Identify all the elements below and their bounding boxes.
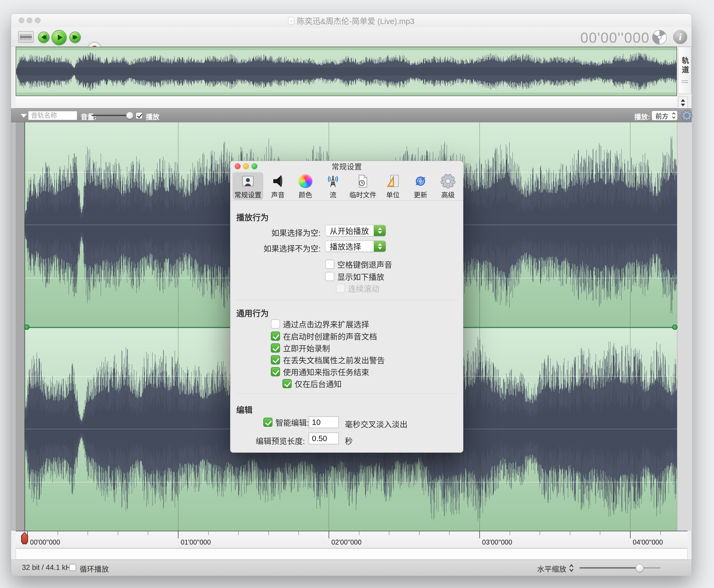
checkbox-row-background-notify[interactable]: 仅在后台通知 (282, 378, 342, 389)
volume-slider-thumb[interactable] (126, 112, 133, 119)
dialog-titlebar[interactable]: 常规设置 (230, 161, 463, 172)
checkbox-row-new-document[interactable]: 在启动时创建新的声音文档 (271, 331, 377, 341)
horizontal-zoom-slider[interactable] (580, 567, 660, 569)
continuous-scroll-checkbox (336, 284, 345, 293)
dialog-toolbar: 常规设置 声音 颜色 (232, 172, 462, 200)
main-toolbar: 00'00''000 i (11, 27, 692, 47)
warn-properties-checkbox[interactable] (271, 355, 280, 364)
play-button[interactable] (51, 30, 67, 45)
horizontal-zoom-label: 水平缩放 (537, 563, 566, 574)
waveform-select-button[interactable] (18, 31, 34, 43)
track-name-input[interactable] (28, 111, 77, 120)
overview-waveform-canvas[interactable] (16, 47, 676, 96)
rewind-button[interactable] (38, 31, 49, 43)
minimize-icon[interactable] (27, 18, 33, 23)
smart-edit-unit-label: 毫秒交叉淡入淡出 (345, 418, 407, 429)
nonempty-selection-select[interactable]: 播放选择 (325, 240, 386, 252)
checkbox-row-start-recording[interactable]: 立即开始录制 (271, 342, 330, 353)
play-icon (58, 35, 62, 41)
track-grip-icon[interactable] (681, 81, 688, 84)
volume-slider[interactable] (91, 115, 132, 116)
window-controls (19, 18, 41, 23)
notifications-label: 使用通知来指示任务结束 (283, 366, 369, 377)
close-icon[interactable] (19, 18, 24, 23)
pref-tab-sound[interactable]: 声音 (265, 172, 291, 200)
overview-waveform[interactable] (16, 47, 677, 96)
continuous-scroll-label: 连续滚动 (348, 283, 379, 294)
track-disclosure-icon[interactable] (21, 114, 27, 118)
checkbox-row-extend-selection[interactable]: 通过点击边界来扩展选择 (271, 319, 369, 329)
pref-tab-general[interactable]: 常规设置 (232, 172, 263, 200)
updown-chevrons-icon (672, 112, 676, 119)
playback-direction-select[interactable]: 前方 (652, 111, 677, 120)
show-playback-label: 显示如下播放 (337, 271, 384, 282)
pref-tab-stream[interactable]: 流 (320, 172, 346, 200)
playback-direction-label: 播放: (634, 111, 650, 121)
checkbox-row-show-playback[interactable]: 显示如下播放 (325, 271, 384, 282)
background-notify-checkbox[interactable] (282, 379, 292, 388)
timeline-ruler[interactable]: 00'00''000 01'00''000 02'00''000 03'00''… (16, 531, 688, 548)
zoom-slider-thumb[interactable] (636, 564, 644, 572)
popup-stepper-icon (374, 225, 386, 236)
fast-forward-button[interactable] (69, 31, 81, 43)
checkbox-row-notifications[interactable]: 使用通知来指示任务结束 (271, 366, 369, 377)
cd-burn-icon[interactable] (652, 29, 667, 45)
ruler-grid-icon (385, 173, 401, 189)
audio-format-text: 32 bit / 44.1 kHz (22, 563, 75, 572)
spacebar-rewind-checkbox[interactable] (325, 260, 334, 269)
envelope-handle-right[interactable] (672, 324, 677, 330)
horizontal-scrollbar[interactable] (16, 548, 688, 560)
user-card-icon (240, 173, 256, 189)
info-button[interactable]: i (673, 30, 687, 44)
pref-tab-tempfiles[interactable]: 临时文件 (348, 172, 378, 200)
preview-unit-label: 秒 (345, 435, 353, 446)
checkbox-row-warn-properties[interactable]: 在丢失文档属性之前发出警告 (271, 355, 385, 365)
track-play-checkbox[interactable] (135, 112, 143, 119)
extend-selection-checkbox[interactable] (271, 319, 280, 329)
loop-playback-label: 循环播放 (80, 563, 109, 574)
checkbox-row-continuous-scroll: 连续滚动 (336, 283, 379, 294)
pref-tab-units[interactable]: 单位 (380, 172, 406, 200)
smart-edit-ms-input[interactable] (309, 416, 339, 428)
new-document-checkbox[interactable] (271, 332, 280, 341)
window-titlebar[interactable]: ♪ 陈奕迅&周杰伦-简单爱 (Live).mp3 (11, 14, 692, 27)
pref-tab-update[interactable]: 更新 (407, 172, 434, 200)
chevron-up-icon[interactable] (681, 99, 685, 102)
notifications-checkbox[interactable] (271, 367, 280, 376)
window-title-group: ♪ 陈奕迅&周杰伦-简单爱 (Live).mp3 (288, 15, 414, 26)
checkbox-row-spacebar[interactable]: 空格键倒退声音 (325, 259, 392, 270)
track-control-bar: 音量: 播放 播放: 前方 (11, 108, 692, 122)
track-settings-gear-icon[interactable] (681, 110, 693, 122)
ruler-label: 00'00''000 (30, 538, 60, 546)
ruler-label: 03'00''000 (482, 538, 512, 546)
overview-height-stepper[interactable] (678, 97, 688, 108)
pref-tab-advanced[interactable]: 高级 (435, 172, 461, 200)
tracks-drawer-tab[interactable]: 轨道 (678, 47, 692, 94)
dialog-minimize-icon[interactable] (243, 163, 249, 169)
start-recording-checkbox[interactable] (271, 343, 280, 353)
speaker-icon (270, 173, 286, 189)
time-display: 00'00''000 (580, 29, 650, 46)
playback-direction-value: 前方 (652, 111, 672, 120)
empty-selection-select[interactable]: 从开始播放 (325, 225, 386, 236)
smart-edit-checkbox[interactable] (263, 418, 272, 427)
gear-icon (440, 173, 456, 189)
section-header-general: 通用行为 (236, 307, 269, 319)
dialog-close-icon[interactable] (235, 163, 240, 169)
status-bar: 32 bit / 44.1 kHz 循环播放 水平缩放 (11, 560, 692, 576)
loop-playback-checkbox[interactable] (69, 564, 76, 571)
zoom-icon[interactable] (35, 18, 41, 23)
extend-selection-label: 通过点击边界来扩展选择 (283, 318, 369, 330)
ruler-label: 02'00''000 (331, 538, 362, 546)
pref-tab-colors[interactable]: 颜色 (292, 172, 318, 200)
preview-length-input[interactable] (309, 433, 339, 444)
zoom-stepper-icon[interactable] (569, 564, 574, 572)
smart-edit-row[interactable]: 智能编辑: (263, 417, 309, 428)
show-playback-checkbox[interactable] (325, 272, 334, 281)
dialog-zoom-icon[interactable] (251, 163, 257, 169)
envelope-handle-left[interactable] (24, 324, 29, 330)
chevron-down-icon[interactable] (681, 104, 685, 106)
ruler-label: 04'00''000 (633, 538, 663, 546)
desktop: ♪ 陈奕迅&周杰伦-简单爱 (Live).mp3 (0, 0, 714, 588)
nonempty-selection-value: 播放选择 (326, 241, 374, 252)
